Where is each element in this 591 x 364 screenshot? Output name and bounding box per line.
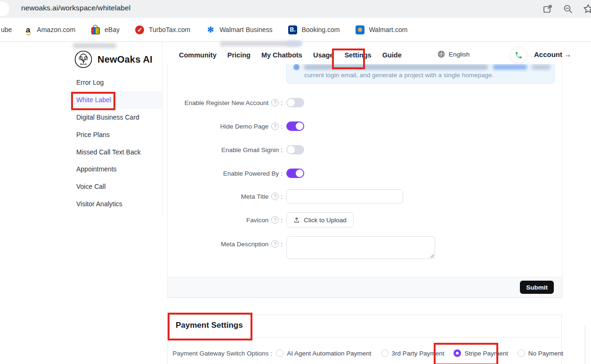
bookmark-turbotax[interactable]: ✓ TurboTax.com: [135, 25, 190, 34]
bookmark-label: ube: [1, 26, 12, 33]
divider: [168, 337, 561, 338]
nav-pricing[interactable]: Pricing: [227, 51, 251, 59]
toggle-enable-powered-by[interactable]: [286, 169, 304, 178]
sidebar: NewOaks AI Error Log White Label Digital…: [0, 41, 162, 217]
scrollbar-edge[interactable]: [585, 325, 585, 364]
label-colon: [270, 350, 272, 357]
bookmark-label: Walmart Business: [219, 26, 272, 33]
redacted-banner-text: [304, 65, 488, 70]
share-icon[interactable]: [542, 3, 553, 15]
nav-community[interactable]: Community: [179, 51, 217, 59]
form-row-gmail-signin: Enable Gmail Signin: [167, 143, 563, 157]
toggle-enable-register-new-account[interactable]: [286, 98, 304, 107]
walmart-favicon: ✻: [355, 25, 364, 34]
radio-icon: [518, 349, 525, 357]
phone-icon: [515, 51, 523, 59]
redacted-sidebar-item: [73, 43, 116, 48]
radio-selected-icon: [453, 349, 461, 357]
sidebar-item-appointments[interactable]: Appointments: [68, 161, 162, 178]
payment-gateway-row: Payment Gateway Switch Options AI Agent …: [168, 347, 563, 359]
nav-my-chatbots[interactable]: My Chatbots: [261, 51, 302, 59]
globe-icon: [437, 50, 445, 58]
zoom-out-icon[interactable]: [562, 3, 574, 15]
sidebar-item-white-label[interactable]: White Label: [68, 91, 162, 109]
form-row-powered-by: Enable Powered By: [167, 166, 563, 180]
bookmark-label: eBay: [105, 26, 120, 33]
language-label: English: [449, 51, 470, 58]
label-colon: [281, 193, 283, 200]
sidebar-item-voice-call[interactable]: Voice Call: [68, 178, 162, 195]
bookmark-youtube-partial[interactable]: ube: [1, 26, 12, 33]
sidebar-item-visitor-analytics[interactable]: Visitor Analytics: [68, 195, 162, 213]
label-colon: [281, 123, 283, 130]
nav-usage[interactable]: Usage: [313, 51, 334, 59]
sidebar-item-digital-business-card[interactable]: Digital Business Card: [68, 109, 162, 126]
bookmark-walmart-business[interactable]: ✻ Walmart Business: [206, 25, 272, 34]
label-colon: [281, 99, 283, 106]
label-colon: [281, 217, 283, 224]
help-icon[interactable]: [271, 99, 279, 106]
meta-description-textarea[interactable]: [286, 236, 435, 259]
favicon-upload-button[interactable]: Click to Upload: [286, 212, 354, 227]
radio-stripe-payment[interactable]: Stripe Payment: [453, 349, 508, 357]
form-footer: Submit: [167, 277, 562, 298]
bookmarks-bar: ube a Amazon.com eBay ✓ TurboTax.com ✻ W…: [0, 18, 591, 42]
sidebar-item-price-plans[interactable]: Price Plans: [68, 126, 162, 143]
help-icon[interactable]: [271, 193, 279, 200]
payment-settings-title: Payment Settings: [176, 321, 243, 330]
toggle-hide-demo-page[interactable]: [286, 121, 304, 131]
main-content: Community Pricing My Chatbots Usage Sett…: [167, 41, 563, 364]
radio-icon: [276, 349, 283, 357]
top-nav: Community Pricing My Chatbots Usage Sett…: [167, 46, 563, 64]
url-bar-pill: [0, 1, 9, 16]
bookmark-label: Booking.com: [301, 26, 340, 33]
label-colon: [281, 170, 283, 177]
redacted-banner-text: [532, 65, 551, 70]
walmart-spark-favicon: ✻: [206, 25, 215, 34]
bookmark-booking[interactable]: B. Booking.com: [288, 25, 340, 34]
turbotax-favicon: ✓: [135, 25, 145, 34]
radio-icon: [381, 349, 389, 357]
language-selector[interactable]: English: [437, 50, 470, 58]
label-colon: [281, 241, 283, 248]
bookmark-amazon[interactable]: a Amazon.com: [23, 25, 75, 34]
bookmark-label: Amazon.com: [37, 26, 75, 33]
booking-favicon: B.: [288, 25, 297, 34]
bookmark-label: TurboTax.com: [149, 26, 190, 33]
toggle-enable-gmail-signin[interactable]: [286, 145, 304, 154]
radio-3rd-party-payment[interactable]: 3rd Party Payment: [381, 349, 445, 357]
account-link[interactable]: Account →: [534, 50, 571, 58]
url-text[interactable]: newoaks.ai/workspace/whitelabel: [21, 4, 130, 12]
star-icon[interactable]: [583, 3, 591, 15]
amazon-favicon: a: [23, 25, 32, 34]
form-row-meta-description: Meta Description: [167, 236, 563, 259]
meta-title-input[interactable]: [286, 189, 403, 203]
oak-tree-logo-icon: [74, 50, 93, 69]
bookmark-ebay[interactable]: eBay: [91, 25, 120, 34]
sidebar-item-missed-call-text-back[interactable]: Missed Call Text Back: [68, 143, 162, 161]
bookmark-walmart[interactable]: ✻ Walmart.com: [355, 25, 407, 34]
browser-chrome: newoaks.ai/workspace/whitelabel: [0, 0, 591, 18]
form-row-meta-title: Meta Title: [167, 189, 563, 203]
brand-name: NewOaks AI: [97, 54, 153, 65]
phone-status-icon[interactable]: [510, 47, 527, 64]
upload-icon: [293, 217, 300, 223]
help-icon[interactable]: [271, 216, 279, 224]
radio-ai-agent-automation-payment[interactable]: AI Agent Automation Payment: [276, 349, 371, 357]
redacted-toggle: [286, 40, 303, 47]
brand[interactable]: NewOaks AI: [74, 50, 153, 69]
label-colon: [281, 146, 283, 154]
help-icon[interactable]: [271, 240, 279, 248]
sidebar-item-error-log[interactable]: Error Log: [68, 74, 162, 91]
sidebar-menu: Error Log White Label Digital Business C…: [68, 74, 162, 212]
submit-button[interactable]: Submit: [520, 281, 554, 294]
form-row-hide-demo: Hide Demo Page: [167, 119, 563, 133]
nav-settings[interactable]: Settings: [344, 51, 371, 59]
form-row-enable-register: Enable Register New Account: [167, 96, 563, 110]
banner-text: current login email, and generate a proj…: [304, 72, 494, 79]
radio-no-payment[interactable]: No Payment: [518, 349, 563, 357]
info-icon: [293, 64, 300, 70]
help-icon[interactable]: [271, 122, 279, 130]
payment-settings-card: Payment Settings Payment Gateway Switch …: [167, 315, 562, 364]
nav-guide[interactable]: Guide: [382, 51, 402, 59]
